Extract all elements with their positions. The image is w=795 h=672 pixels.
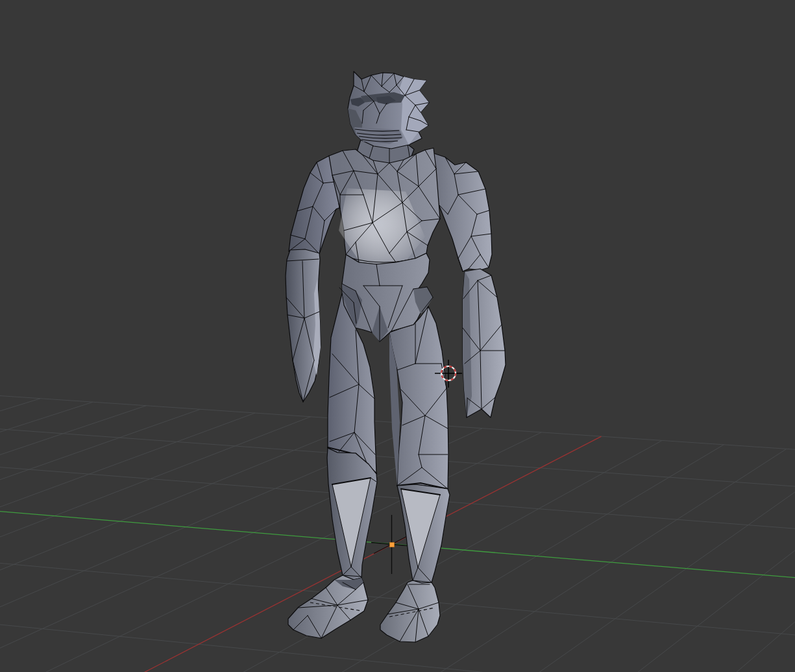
character-mesh[interactable] — [286, 71, 506, 642]
part-left-foot[interactable] — [288, 575, 368, 638]
blender-3d-viewport[interactable] — [0, 0, 795, 672]
grid-line — [0, 417, 311, 672]
grid-line — [0, 399, 40, 672]
grid-line — [0, 402, 93, 672]
part-right-hand[interactable] — [463, 269, 506, 417]
right-upper-arm-silhouette[interactable] — [432, 153, 492, 271]
viewport-canvas[interactable] — [0, 0, 795, 672]
part-torso[interactable] — [329, 148, 440, 269]
grid-line — [0, 471, 795, 672]
head-face — [400, 77, 429, 145]
part-head[interactable] — [348, 71, 429, 149]
part-right-thigh[interactable] — [389, 306, 448, 489]
part-left-hand[interactable] — [286, 249, 321, 402]
grid-line — [0, 467, 795, 672]
grid-line — [0, 409, 200, 672]
part-right-foot[interactable] — [380, 580, 440, 642]
part-right-calf[interactable] — [397, 484, 450, 583]
part-left-calf[interactable] — [327, 448, 377, 580]
grid-line — [0, 413, 255, 672]
part-right-upper-arm[interactable] — [432, 153, 492, 271]
object-origin-dot[interactable] — [390, 543, 395, 547]
